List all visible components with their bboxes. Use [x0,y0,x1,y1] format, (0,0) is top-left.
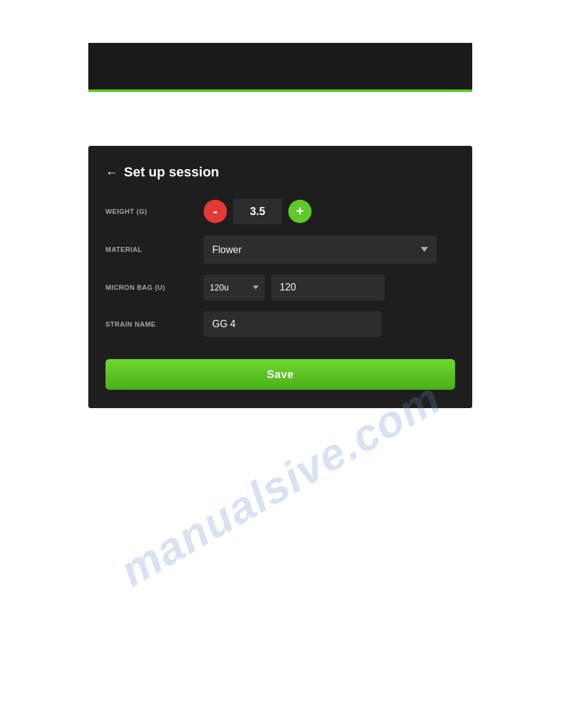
weight-row: WEIGHT (G) - + [105,199,455,224]
watermark-text: manualsive.com [112,380,449,588]
micron-bag-label: MICRON BAG (U) [105,284,204,291]
material-row: MATERIAL Flower Dry Sift Fresh Frozen Ot… [105,235,455,264]
strain-name-row: STRAIN NAME [105,311,455,337]
watermark: manualsive.com [88,380,472,588]
strain-name-input[interactable] [204,311,381,337]
weight-decrease-button[interactable]: - [204,200,227,223]
save-button[interactable]: Save [105,359,455,390]
back-arrow-icon[interactable]: ← [105,165,118,180]
top-header-bar [88,43,472,92]
weight-controls: - + [204,199,312,224]
material-select-wrapper: Flower Dry Sift Fresh Frozen Other [204,235,437,264]
material-select[interactable]: Flower Dry Sift Fresh Frozen Other [204,235,437,264]
weight-increase-button[interactable]: + [288,200,312,223]
micron-bag-row: MICRON BAG (U) 25u 37u 45u 73u 90u 120u … [105,275,455,300]
micron-select[interactable]: 25u 37u 45u 73u 90u 120u 160u 220u [204,275,265,300]
micron-value-input[interactable] [271,275,385,300]
weight-input[interactable] [233,199,282,224]
micron-select-wrapper: 25u 37u 45u 73u 90u 120u 160u 220u [204,275,265,300]
weight-label: WEIGHT (G) [105,208,204,215]
micron-controls: 25u 37u 45u 73u 90u 120u 160u 220u [204,275,385,300]
setup-session-card: ← Set up session WEIGHT (G) - + MATERIAL… [88,146,472,408]
card-title-text: Set up session [124,164,219,180]
strain-name-label: STRAIN NAME [105,320,204,328]
card-title-row: ← Set up session [105,164,455,180]
material-label: MATERIAL [105,246,204,253]
